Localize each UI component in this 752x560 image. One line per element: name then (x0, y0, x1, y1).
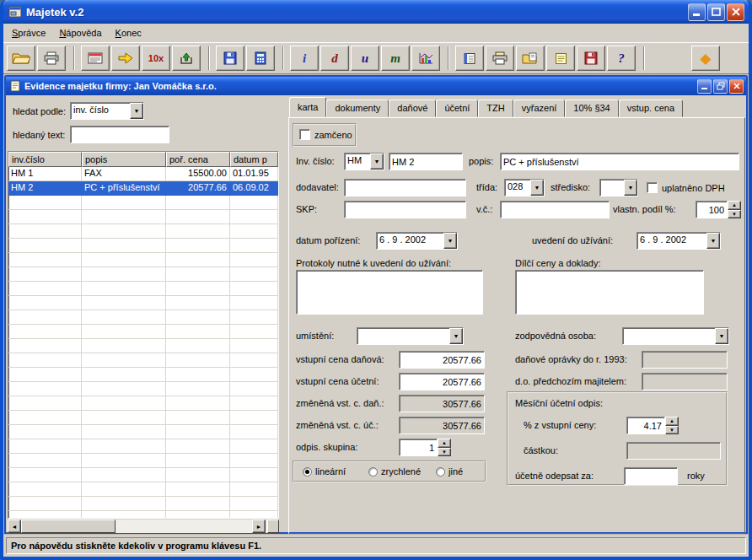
uvedeni-combo[interactable]: 6 . 9 . 2002 ▼ (637, 232, 721, 250)
cena-danova-input[interactable] (399, 351, 485, 369)
procento-input[interactable] (626, 417, 665, 434)
open-folder-icon[interactable] (7, 46, 35, 71)
menu-item-spr-vce[interactable]: Správce (5, 25, 52, 40)
chart-icon[interactable] (411, 46, 440, 71)
inv-number-input[interactable] (389, 153, 463, 170)
search-text-input[interactable] (70, 126, 169, 143)
podil-spinner[interactable]: ▲▼ (696, 201, 741, 218)
scrollbar-track[interactable] (115, 520, 252, 533)
print-report-icon[interactable] (486, 46, 514, 71)
search-by-combo[interactable]: inv. číslo ▼ (70, 102, 144, 120)
scrollbar-thumb[interactable] (21, 520, 115, 533)
table-row[interactable] (8, 353, 278, 368)
table-row[interactable] (8, 296, 278, 310)
scroll-left-icon[interactable]: ◄ (8, 520, 21, 533)
column-header-po-cena[interactable]: poř. cena (166, 152, 230, 167)
cena-ucetni-input[interactable] (399, 373, 485, 390)
dropdown-arrow-icon[interactable]: ▼ (443, 233, 457, 249)
table-row[interactable] (8, 310, 278, 325)
main-titlebar[interactable]: Majetek v.2 (3, 0, 749, 24)
child-window-icon[interactable] (9, 80, 21, 92)
datum-porizeni-combo[interactable]: 6 . 9 . 2002 ▼ (376, 232, 458, 250)
table-row[interactable] (8, 497, 278, 511)
tab-vstup-cena[interactable]: vstup. cena (619, 100, 683, 117)
tab-vy-azen[interactable]: vyřazení (513, 100, 566, 117)
print-icon[interactable] (37, 46, 66, 71)
table-row[interactable] (8, 511, 278, 519)
dropdown-arrow-icon[interactable]: ▼ (370, 153, 384, 170)
dropdown-arrow-icon[interactable]: ▼ (449, 328, 463, 344)
menu-item-n-pov-da[interactable]: Nápověda (52, 25, 108, 40)
table-row[interactable] (8, 425, 278, 439)
odpis-skupina-spinner[interactable]: ▲▼ (399, 439, 451, 456)
dodavatel-input[interactable] (344, 179, 466, 197)
podil-input[interactable] (696, 201, 728, 218)
table-row[interactable] (8, 411, 278, 425)
table-row[interactable] (8, 239, 278, 253)
spin-up-icon[interactable]: ▲ (665, 417, 679, 426)
spin-down-icon[interactable]: ▼ (665, 426, 679, 435)
tax-letter-icon[interactable]: d (320, 46, 349, 71)
save-blue-icon[interactable] (216, 46, 244, 71)
spin-down-icon[interactable]: ▼ (728, 210, 741, 219)
tab-tzh[interactable]: TZH (478, 100, 513, 117)
tab-10-34[interactable]: 10% §34 (565, 100, 618, 117)
calculator-icon[interactable] (246, 46, 275, 71)
table-row[interactable] (8, 439, 278, 454)
stredisko-combo[interactable]: ▼ (599, 179, 638, 197)
table-row[interactable]: HM 2PC + příslušenství20577.6606.09.02 (8, 181, 278, 196)
inventory-card-icon[interactable] (81, 46, 110, 71)
protokoly-textarea[interactable] (296, 270, 483, 315)
odepsat-input[interactable] (624, 467, 678, 485)
tab-da-ov[interactable]: daňové (389, 100, 436, 117)
umisteni-combo[interactable]: ▼ (357, 327, 464, 345)
table-row[interactable] (8, 382, 278, 396)
table-row[interactable] (8, 396, 278, 411)
popis-input[interactable] (500, 153, 739, 170)
dropdown-arrow-icon[interactable]: ▼ (130, 103, 143, 119)
table-row[interactable] (8, 325, 278, 339)
inv-prefix-combo[interactable]: HM ▼ (344, 153, 384, 170)
help-icon[interactable]: ? (607, 46, 636, 71)
horizontal-scrollbar[interactable]: ◄ ► (8, 520, 279, 533)
odpis-skupina-input[interactable] (399, 439, 438, 456)
trida-combo[interactable]: 028 ▼ (504, 179, 545, 197)
dropdown-arrow-icon[interactable]: ▼ (706, 233, 720, 249)
accounting-letter-icon[interactable]: u (351, 46, 379, 71)
ten-x-icon[interactable]: 10x (142, 46, 170, 71)
radio-line-rn[interactable]: lineární (303, 466, 346, 477)
table-row[interactable] (8, 368, 278, 382)
radio-zrychlen[interactable]: zrychlené (368, 466, 421, 477)
dph-checkbox[interactable]: uplatněno DPH (647, 182, 725, 193)
transfer-arrow-icon[interactable] (111, 46, 140, 71)
table-row[interactable] (8, 282, 278, 296)
table-row[interactable] (8, 267, 278, 282)
table-row[interactable] (8, 210, 278, 224)
table-row[interactable] (8, 253, 278, 267)
table-row[interactable] (8, 224, 278, 239)
radio-jin[interactable]: jiné (436, 466, 463, 477)
column-header-popis[interactable]: popis (82, 152, 166, 167)
table-row[interactable] (8, 482, 278, 497)
procento-spinner[interactable]: ▲▼ (626, 417, 679, 434)
spin-up-icon[interactable]: ▲ (438, 439, 451, 448)
exit-icon[interactable] (172, 46, 201, 71)
table-row[interactable]: HM 1FAX15500.0001.01.95 (8, 167, 278, 181)
scroll-right-icon[interactable]: ► (252, 520, 266, 533)
menu-item-konec[interactable]: Konec (109, 25, 148, 40)
dropdown-arrow-icon[interactable]: ▼ (530, 180, 544, 196)
child-minimize-button[interactable] (697, 79, 712, 94)
maximize-button[interactable] (707, 3, 725, 21)
vc-input[interactable] (500, 201, 610, 218)
child-titlebar[interactable]: Evidence majetku firmy: Jan Vomáčka s.r.… (6, 77, 746, 95)
column-header-datum-p[interactable]: datum p (230, 152, 278, 167)
minimize-button[interactable] (688, 3, 706, 21)
dilci-textarea[interactable] (515, 270, 704, 315)
app-icon[interactable] (8, 5, 22, 19)
tab-etn[interactable]: účetní (436, 100, 478, 117)
options-diamond-icon[interactable]: ◆ (691, 46, 720, 71)
dropdown-arrow-icon[interactable]: ▼ (715, 328, 728, 344)
tab-karta[interactable]: karta (289, 97, 326, 117)
notes-icon[interactable] (546, 46, 575, 71)
spin-up-icon[interactable]: ▲ (728, 201, 741, 210)
